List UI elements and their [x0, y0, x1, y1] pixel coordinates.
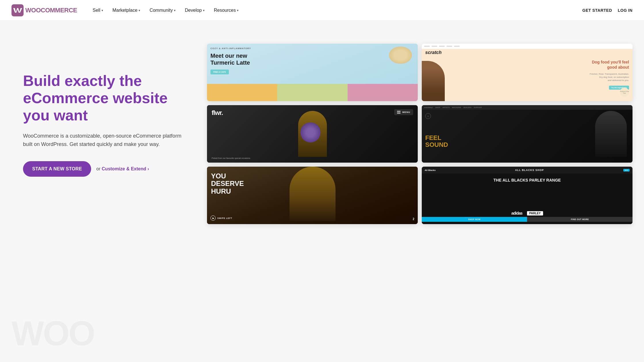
chevron-down-icon: ▾	[203, 9, 205, 12]
ss6-shop-title: ALL BLACKS SHOP	[438, 169, 621, 172]
start-new-store-button[interactable]: START A NEW STORE	[23, 161, 91, 177]
ss5-title: YOUDESERVEHURU	[211, 172, 244, 195]
ss6-content: THE ALL BLACKS PARLEY RANGE adidas PARLE…	[422, 174, 632, 224]
ss2-dog-image	[422, 61, 445, 101]
ss4-nav-bar: strandberg* SHOP ARTISTS MAGAZINE DEALER…	[422, 105, 632, 110]
screenshot-strandberg: strandberg* SHOP ARTISTS MAGAZINE DEALER…	[422, 105, 632, 163]
svg-rect-0	[12, 4, 24, 16]
ss2-nav	[422, 44, 632, 49]
ss2-logo: scratch	[425, 50, 442, 55]
ss3-flowers-image	[300, 122, 321, 143]
ss1-bowl-image	[389, 47, 412, 64]
nav-item-resources[interactable]: Resources ▾	[210, 5, 243, 15]
ss4-nav-dealers: DEALERS	[463, 107, 471, 108]
ss5-play-control: ▶ SWIPE LEFT	[210, 215, 232, 221]
chevron-down-icon: ▾	[237, 9, 239, 12]
nav-item-develop-label: Develop	[185, 8, 202, 13]
hero-description: WooCommerce is a customizable, open-sour…	[23, 132, 184, 149]
ss1-products	[207, 84, 418, 101]
nav-item-develop[interactable]: Develop ▾	[181, 5, 209, 15]
ss1-badge-text: COZY & ANTI-INFLAMMATORY	[210, 47, 251, 50]
ss1-cta: FIND A CAFE	[210, 70, 229, 74]
hero-section: Build exactly the eCommerce website you …	[0, 21, 644, 362]
hero-actions: START A NEW STORE or Customize & Extend …	[23, 161, 195, 177]
ss4-person-image	[595, 111, 627, 157]
ss6-find-out-more-button[interactable]: FIND OUT MORE	[527, 217, 632, 222]
watermark-text: WOO	[12, 316, 94, 351]
screenshot-huru: YOUDESERVEHURU ▶ SWIPE LEFT 2	[207, 167, 418, 224]
ss6-parley-title: THE ALL BLACKS PARLEY RANGE	[425, 178, 629, 183]
hero-title: Build exactly the eCommerce website you …	[23, 72, 195, 124]
ss3-logo: flwr.	[212, 109, 223, 117]
nav-item-sell-label: Sell	[93, 8, 100, 13]
ss3-caption: Picked from our favourite special occasi…	[212, 157, 250, 160]
nav-item-resources-label: Resources	[214, 8, 236, 13]
ss2-subtitle: Fresher, Real, Transparent, Australian.D…	[583, 72, 629, 82]
ss1-product-2	[277, 84, 347, 101]
main-nav: WOOCOMMERCE Sell ▾ Marketplace ▾ Communi…	[0, 0, 644, 21]
ss4-tagline: FEELSOUND	[425, 134, 448, 148]
ss3-menu-button[interactable]: MENU	[394, 109, 413, 115]
screenshot-allblacks: All Blacks ALL BLACKS SHOP AIG THE ALL B…	[422, 167, 632, 224]
customize-extend-link[interactable]: Customize & Extend ›	[102, 166, 149, 171]
hero-left: Build exactly the eCommerce website you …	[23, 38, 195, 177]
chevron-down-icon: ▾	[139, 9, 140, 12]
nav-item-marketplace-label: Marketplace	[112, 8, 137, 13]
ss6-allblacks-logo: All Blacks	[425, 169, 436, 172]
ss4-nav-artists: ARTISTS	[442, 107, 450, 108]
ss2-award-badge: Product of the Year	[620, 88, 629, 97]
logo-text: WOOCOMMERCE	[25, 7, 77, 14]
ss4-nav-brand: strandberg*	[424, 107, 433, 108]
nav-item-marketplace[interactable]: Marketplace ▾	[108, 5, 144, 15]
logo[interactable]: WOOCOMMERCE	[12, 4, 77, 16]
get-started-button[interactable]: GET STARTED	[582, 6, 612, 15]
hamburger-icon	[397, 111, 400, 113]
ss6-shop-now-button[interactable]: SHOP NOW	[422, 217, 527, 222]
ss1-product-3	[348, 84, 418, 101]
ss5-person-image	[290, 167, 336, 221]
ss1-product-1	[207, 84, 277, 101]
ss1-title: Meet our newTurmeric Latte	[210, 52, 250, 66]
ss6-adidas-logo: adidas	[511, 211, 522, 215]
ss6-action-buttons: SHOP NOW FIND OUT MORE	[422, 217, 632, 222]
nav-links: Sell ▾ Marketplace ▾ Community ▾ Develop…	[89, 5, 582, 15]
ss4-person-icon: ○	[425, 113, 431, 119]
nav-item-community[interactable]: Community ▾	[145, 5, 180, 15]
ss4-nav-support: SUPPORT	[474, 107, 482, 108]
nav-item-community-label: Community	[150, 8, 173, 13]
ss5-counter: 2	[413, 217, 414, 221]
screenshot-turmeric: COZY & ANTI-INFLAMMATORY Meet our newTur…	[207, 44, 418, 101]
chevron-down-icon: ▾	[174, 9, 176, 12]
ss6-brand-logos: adidas PARLEY	[422, 211, 632, 215]
chevron-down-icon: ▾	[101, 9, 103, 12]
ss4-nav-shop: SHOP	[435, 107, 440, 108]
ss6-aig-badge: AIG	[623, 169, 630, 172]
ss6-header: All Blacks ALL BLACKS SHOP AIG	[422, 167, 632, 174]
nav-actions: GET STARTED LOG IN	[582, 6, 632, 15]
ss4-nav-magazine: MAGAZINE	[452, 107, 461, 108]
ss2-title: Dog food you'll feel good about	[583, 59, 629, 70]
play-icon: ▶	[212, 217, 214, 219]
ss6-parley-logo: PARLEY	[527, 211, 543, 215]
screenshot-flwr: flwr. MENU Picked from our favourite spe…	[207, 105, 418, 163]
screenshot-scratch: scratch Dog food you'll feel good about …	[422, 44, 632, 101]
ss3-menu-label: MENU	[402, 111, 410, 113]
screenshots-grid: COZY & ANTI-INFLAMMATORY Meet our newTur…	[195, 38, 632, 228]
customize-link-text: or Customize & Extend ›	[96, 166, 149, 172]
ss5-swipe-label: SWIPE LEFT	[217, 217, 232, 219]
login-button[interactable]: LOG IN	[618, 6, 632, 15]
ss5-play-button[interactable]: ▶	[210, 215, 216, 221]
nav-item-sell[interactable]: Sell ▾	[89, 5, 107, 15]
